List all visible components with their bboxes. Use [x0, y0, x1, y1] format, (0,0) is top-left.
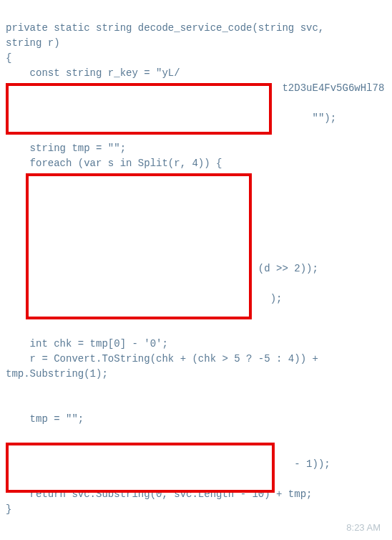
code-line: tmp = "";	[6, 413, 84, 425]
code-partial: "");	[312, 112, 336, 124]
code-partial: (d >> 2));	[258, 263, 318, 274]
code-line: private static string decode_service_cod…	[6, 22, 324, 34]
code-line: const string r_key = "yL/	[6, 67, 180, 79]
code-line: {	[6, 52, 11, 64]
code-partial: t2D3uE4Fv5G6wHl78	[282, 82, 384, 94]
redaction-box-3	[6, 443, 275, 493]
code-line: tmp.Substring(1);	[6, 368, 108, 380]
redaction-box-2	[26, 173, 252, 319]
code-line: }	[6, 503, 11, 515]
code-line: r = Convert.ToString(chk + (chk > 5 ? -5…	[6, 353, 318, 365]
code-line: foreach (var s in Split(r, 4)) {	[6, 158, 222, 169]
code-line: int chk = tmp[0] - '0';	[6, 338, 168, 349]
redaction-box-1	[6, 83, 272, 135]
code-partial: );	[270, 293, 283, 304]
timestamp: 8:23 AM	[346, 521, 381, 535]
code-line: string r)	[6, 37, 60, 49]
code-line: string tmp = "";	[6, 143, 126, 154]
code-partial: - 1));	[288, 458, 330, 470]
